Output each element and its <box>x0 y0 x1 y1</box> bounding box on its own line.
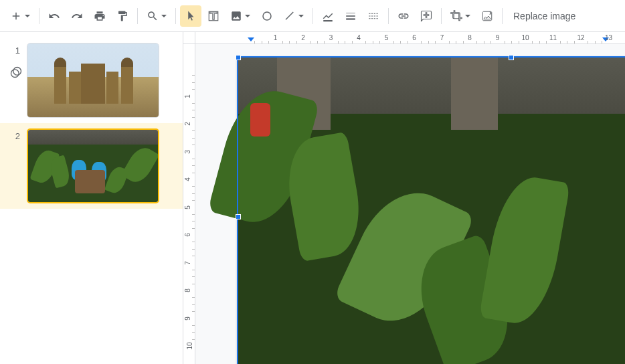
caret-down-icon <box>465 15 470 17</box>
replace-image-button[interactable]: Replace image <box>507 5 582 27</box>
border-weight-button[interactable] <box>340 5 361 27</box>
ruler-tick: 7 <box>184 261 191 265</box>
border-dash-button[interactable] <box>363 5 384 27</box>
ruler-tick: 6 <box>184 233 191 237</box>
separator <box>502 8 503 24</box>
separator <box>388 8 389 24</box>
ruler-tick: 11 <box>549 34 557 41</box>
ruler-tick: 3 <box>184 150 191 154</box>
slide-canvas[interactable] <box>237 56 625 364</box>
ruler-indicator-left[interactable] <box>248 37 254 41</box>
main-area: 1 2 <box>0 32 625 364</box>
shape-button[interactable] <box>256 5 278 27</box>
slide-panel[interactable]: 1 2 <box>0 32 183 364</box>
vertical-ruler[interactable]: 12345678910 <box>183 44 195 364</box>
ruler-tick: 3 <box>329 34 333 41</box>
svg-rect-2 <box>323 20 333 21</box>
ruler-tick: 8 <box>468 34 472 41</box>
horizontal-ruler[interactable]: 12345678910111213 <box>195 32 625 44</box>
resize-handle-nw[interactable] <box>236 55 241 60</box>
zoom-button[interactable] <box>142 5 171 27</box>
caret-down-icon <box>161 15 167 17</box>
new-slide-button[interactable] <box>5 5 35 27</box>
line-button[interactable] <box>279 5 308 27</box>
undo-button[interactable] <box>43 5 65 27</box>
slide-number: 2 <box>3 128 27 203</box>
slide-number: 1 <box>3 43 27 118</box>
toolbar: Replace image <box>0 0 625 32</box>
ruler-tick: 12 <box>577 34 584 41</box>
reset-image-button[interactable] <box>476 5 498 27</box>
ruler-tick: 5 <box>184 205 191 209</box>
ruler-tick: 7 <box>440 34 444 41</box>
crop-button[interactable] <box>446 5 475 27</box>
ruler-tick: 2 <box>301 34 305 41</box>
ruler-tick: 9 <box>184 316 191 321</box>
ruler-tick: 10 <box>186 342 193 349</box>
svg-point-3 <box>13 68 21 76</box>
svg-point-4 <box>11 70 19 78</box>
slide-thumbnail-1[interactable]: 1 <box>0 37 183 123</box>
ruler-tick: 2 <box>184 122 191 126</box>
separator <box>39 8 39 24</box>
slide-thumbnail-2[interactable]: 2 <box>0 123 183 209</box>
ruler-tick: 10 <box>521 34 529 41</box>
ruler-tick: 5 <box>385 34 389 41</box>
textbox-button[interactable] <box>203 5 224 27</box>
caret-down-icon <box>298 15 304 17</box>
ruler-corner <box>183 32 195 44</box>
resize-handle-w[interactable] <box>236 214 241 219</box>
slide-preview <box>27 43 159 118</box>
separator <box>441 8 442 24</box>
resize-handle-n[interactable] <box>509 55 514 60</box>
slide-preview <box>27 128 159 203</box>
ruler-tick: 9 <box>496 34 500 41</box>
separator <box>175 8 176 24</box>
ruler-tick: 4 <box>184 177 191 181</box>
print-button[interactable] <box>89 5 110 27</box>
ruler-tick: 8 <box>184 288 191 292</box>
redo-button[interactable] <box>66 5 88 27</box>
caret-down-icon <box>245 15 250 17</box>
ruler-tick: 4 <box>357 34 361 41</box>
ruler-tick: 1 <box>184 94 191 98</box>
image-selection[interactable] <box>237 56 625 364</box>
animation-icon <box>9 66 23 79</box>
insert-link-button[interactable] <box>393 5 414 27</box>
paint-format-button[interactable] <box>112 5 133 27</box>
insert-image-button[interactable] <box>226 5 255 27</box>
separator <box>137 8 138 24</box>
ruler-tick: 13 <box>605 34 612 41</box>
separator <box>312 8 313 24</box>
ruler-tick: 1 <box>274 34 278 41</box>
svg-point-1 <box>263 12 271 20</box>
select-tool-button[interactable] <box>180 5 201 27</box>
canvas-area: 12345678910111213 12345678910 <box>183 32 625 364</box>
add-comment-button[interactable] <box>416 5 437 27</box>
border-color-button[interactable] <box>317 5 339 27</box>
caret-down-icon <box>25 15 30 17</box>
ruler-tick: 6 <box>412 34 416 41</box>
